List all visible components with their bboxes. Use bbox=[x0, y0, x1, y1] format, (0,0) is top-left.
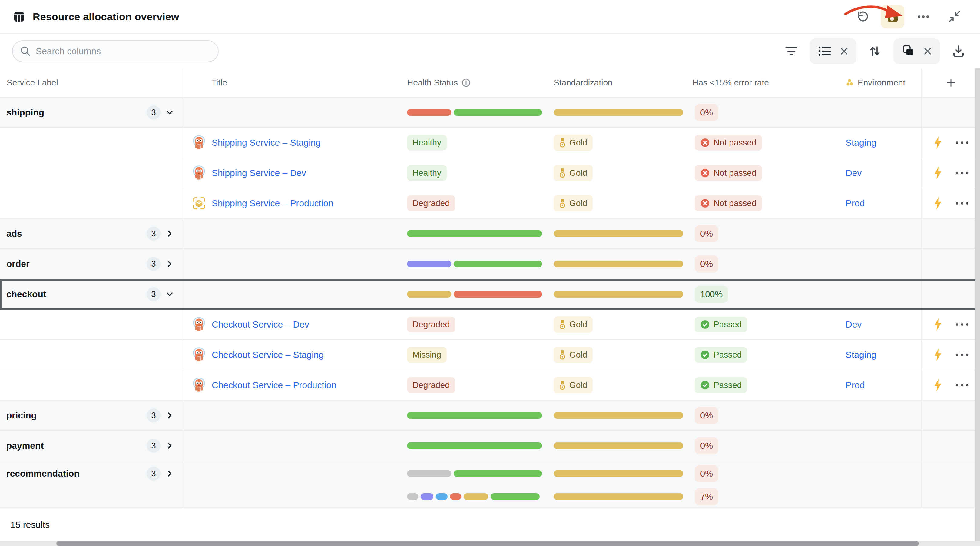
actions-cell bbox=[921, 401, 980, 430]
environment-link[interactable]: Staging bbox=[846, 350, 877, 360]
group-row[interactable]: payment30% bbox=[0, 431, 980, 461]
health-status-bar bbox=[407, 493, 540, 500]
child-row[interactable]: Shipping Service – DevHealthyGoldNot pas… bbox=[0, 158, 980, 188]
duplicate-icon[interactable] bbox=[901, 45, 915, 58]
column-header-environment: Environment bbox=[842, 69, 921, 97]
group-row[interactable]: shipping30% bbox=[0, 97, 980, 128]
bar-segment bbox=[407, 470, 451, 477]
environment-link[interactable]: Prod bbox=[846, 198, 865, 208]
clear-group-icon[interactable] bbox=[923, 47, 932, 56]
group-row[interactable]: recommendation30% bbox=[0, 461, 980, 486]
service-label-cell: pricing3 bbox=[0, 401, 182, 430]
title-cell bbox=[182, 431, 400, 461]
search-input[interactable] bbox=[36, 46, 211, 56]
group-row[interactable]: checkout3100% bbox=[0, 279, 980, 310]
title-link[interactable]: Shipping Service – Dev bbox=[212, 168, 306, 178]
child-row[interactable]: Shipping Service – StagingHealthyGoldNot… bbox=[0, 128, 980, 158]
lightning-icon[interactable] bbox=[933, 196, 943, 211]
environment-link[interactable]: Staging bbox=[846, 137, 877, 148]
error-rate-value: 0% bbox=[695, 255, 718, 273]
title-link[interactable]: Shipping Service – Staging bbox=[212, 137, 321, 148]
row-menu-icon[interactable] bbox=[955, 383, 969, 387]
health-status-cell bbox=[400, 97, 551, 127]
group-controls: 3 bbox=[146, 257, 175, 271]
child-row[interactable]: Shipping Service – ProductionDegradedGol… bbox=[0, 188, 980, 219]
row-menu-icon[interactable] bbox=[955, 171, 969, 175]
standardization-bar bbox=[554, 291, 683, 297]
chevron-right-icon[interactable] bbox=[165, 441, 175, 450]
bar-segment bbox=[554, 230, 683, 237]
list-view-icon[interactable] bbox=[818, 45, 832, 57]
lightning-icon[interactable] bbox=[933, 348, 943, 362]
title-link[interactable]: Checkout Service – Production bbox=[212, 380, 336, 390]
lightning-icon[interactable] bbox=[933, 317, 943, 332]
clear-view-icon[interactable] bbox=[840, 47, 849, 56]
environment-link[interactable]: Dev bbox=[846, 168, 862, 178]
chevron-right-icon[interactable] bbox=[165, 410, 175, 420]
title-link[interactable]: Shipping Service – Production bbox=[212, 198, 333, 208]
standardization-bar bbox=[554, 260, 683, 267]
row-menu-icon[interactable] bbox=[955, 323, 969, 326]
row-menu-icon[interactable] bbox=[955, 141, 969, 145]
error-rate-badge: Passed bbox=[695, 317, 747, 332]
title-cell bbox=[182, 461, 400, 486]
collapse-button[interactable] bbox=[942, 5, 966, 29]
standardization-badge: Gold bbox=[554, 377, 593, 393]
group-controls: 3 bbox=[146, 105, 175, 120]
child-row[interactable]: Checkout Service – ProductionDegradedGol… bbox=[0, 370, 980, 401]
environment-cell: Prod bbox=[842, 370, 921, 400]
group-row[interactable]: ads30% bbox=[0, 219, 980, 249]
more-actions-button[interactable] bbox=[912, 5, 935, 29]
environment-link[interactable]: Prod bbox=[846, 380, 865, 390]
x-circle-icon bbox=[700, 168, 710, 178]
standardization-bar bbox=[554, 412, 683, 419]
standardization-bar bbox=[554, 109, 683, 116]
chevron-down-icon[interactable] bbox=[165, 289, 175, 299]
child-row[interactable]: Checkout Service – DevDegradedGoldPassed… bbox=[0, 310, 980, 340]
save-button[interactable] bbox=[881, 5, 904, 29]
sort-icon[interactable] bbox=[865, 42, 884, 61]
add-column-button[interactable] bbox=[921, 69, 980, 97]
bar-segment bbox=[554, 442, 683, 449]
download-icon[interactable] bbox=[949, 42, 968, 61]
service-label-cell: recommendation3 bbox=[0, 461, 182, 486]
title-cell bbox=[182, 97, 400, 127]
title-link[interactable]: Checkout Service – Staging bbox=[212, 350, 324, 360]
actions-cell bbox=[921, 158, 980, 188]
chevron-right-icon[interactable] bbox=[165, 259, 175, 269]
title-cell: Checkout Service – Production bbox=[182, 370, 400, 400]
lightning-icon[interactable] bbox=[933, 378, 943, 393]
environment-cell bbox=[842, 249, 921, 279]
health-status-badge-label: Degraded bbox=[412, 380, 450, 390]
collapse-icon bbox=[948, 10, 961, 23]
info-icon[interactable] bbox=[461, 78, 471, 87]
group-row[interactable]: pricing30% bbox=[0, 401, 980, 431]
vertical-scrollbar[interactable] bbox=[975, 69, 980, 541]
actions-cell bbox=[921, 279, 980, 309]
group-row[interactable]: order30% bbox=[0, 249, 980, 279]
view-mode-chip[interactable] bbox=[810, 38, 856, 64]
row-menu-icon[interactable] bbox=[955, 201, 969, 205]
environment-cell: Staging bbox=[842, 128, 921, 158]
child-row[interactable]: Checkout Service – StagingMissingGoldPas… bbox=[0, 340, 980, 370]
error-rate-value: 100% bbox=[695, 286, 728, 303]
lightning-icon[interactable] bbox=[933, 136, 943, 150]
lightning-icon[interactable] bbox=[933, 166, 943, 180]
row-menu-icon[interactable] bbox=[955, 353, 969, 357]
error-rate-cell: 0% bbox=[690, 431, 842, 461]
undo-button[interactable] bbox=[850, 5, 873, 29]
group-count-badge: 3 bbox=[146, 409, 161, 422]
group-by-chip[interactable] bbox=[893, 38, 940, 64]
search-box[interactable] bbox=[12, 40, 219, 62]
chevron-right-icon[interactable] bbox=[165, 229, 175, 238]
environment-link[interactable]: Dev bbox=[846, 319, 862, 330]
title-link[interactable]: Checkout Service – Dev bbox=[212, 319, 309, 330]
chevron-right-icon[interactable] bbox=[165, 469, 175, 479]
bar-segment bbox=[436, 493, 448, 500]
check-circle-icon bbox=[700, 380, 710, 390]
health-status-badge-label: Degraded bbox=[412, 198, 450, 208]
chevron-down-icon[interactable] bbox=[165, 108, 175, 117]
column-header-title: Title bbox=[182, 69, 400, 97]
horizontal-scrollbar-thumb[interactable] bbox=[56, 541, 919, 546]
filter-icon[interactable] bbox=[782, 42, 801, 61]
